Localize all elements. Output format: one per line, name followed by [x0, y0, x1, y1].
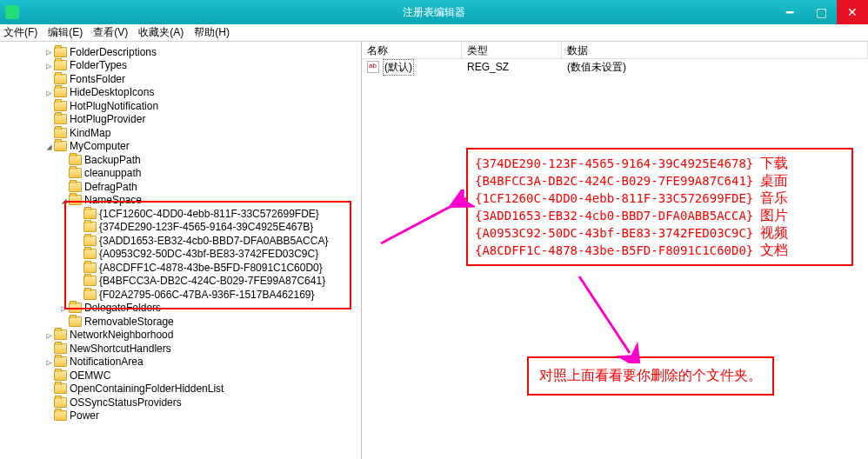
expand-closed-icon[interactable]: ▷ — [44, 330, 54, 340]
tree-item[interactable]: OEMWC — [0, 369, 361, 382]
folder-icon — [54, 60, 67, 70]
folder-icon — [54, 383, 67, 394]
tree-item[interactable]: ◢MyComputer — [0, 140, 361, 154]
folder-icon — [54, 87, 67, 97]
tree-item[interactable]: {F02A2795-066C-47BA-936F-1517BA462169} — [0, 288, 361, 302]
folder-icon — [69, 303, 82, 313]
expand-open-icon[interactable]: ◢ — [44, 142, 54, 151]
tree-item-label: FolderTypes — [70, 59, 127, 71]
annotation-guid: {3ADD1653-EB32-4cb0-BBD7-DFA0ABB5ACCA} — [475, 209, 753, 223]
tree-item[interactable]: OSSyncStatusProviders — [0, 396, 361, 409]
menu-help[interactable]: 帮助(H) — [194, 25, 230, 40]
tree-pane[interactable]: ▷FolderDescriptions▷FolderTypesFontsFold… — [0, 42, 362, 459]
annotation-note-text: 对照上面看看要你删除的个文件夹。 — [539, 368, 762, 382]
tree-item[interactable]: ◢NameSpace — [0, 194, 361, 208]
annotation-mapping: {374DE290-123F-4565-9164-39C4925E4678}下载… — [466, 148, 853, 266]
maximize-button[interactable]: ▢ — [805, 0, 837, 24]
window-title: 注册表编辑器 — [403, 5, 465, 20]
annotation-label: 视频 — [760, 225, 788, 240]
tree-item[interactable]: HotPlugNotification — [0, 99, 361, 113]
annotation-label: 下载 — [760, 156, 788, 170]
minimize-button[interactable]: ━ — [774, 0, 805, 24]
folder-icon — [83, 289, 97, 300]
annotation-label: 音乐 — [760, 190, 788, 205]
annotation-row: {3ADD1653-EB32-4cb0-BBD7-DFA0ABB5ACCA}图片 — [475, 207, 845, 224]
annotation-label: 图片 — [760, 208, 788, 223]
expand-closed-icon[interactable]: ▷ — [44, 61, 54, 70]
folder-icon — [83, 276, 97, 286]
folder-icon — [83, 249, 97, 259]
list-pane[interactable]: 名称 类型 数据 (默认) REG_SZ (数值未设置) {374DE290-1… — [362, 42, 868, 459]
svg-line-1 — [579, 276, 630, 353]
tree-item[interactable]: Power — [0, 409, 361, 423]
expand-closed-icon[interactable]: ▷ — [44, 88, 54, 97]
menu-favorites[interactable]: 收藏夹(A) — [138, 25, 184, 40]
folder-icon — [83, 263, 97, 273]
expand-closed-icon[interactable]: ▷ — [59, 303, 69, 313]
tree-item-label: OEMWC — [70, 369, 110, 382]
folder-icon — [83, 236, 97, 246]
app-icon — [5, 5, 19, 19]
list-row[interactable]: (默认) REG_SZ (数值未设置) — [362, 59, 868, 75]
tree-item-label: NameSpace — [84, 194, 142, 206]
annotation-guid: {A8CDFF1C-4878-43be-B5FD-F8091C1C60D0} — [475, 243, 753, 257]
folder-icon — [83, 209, 97, 219]
tree-item-label: KindMap — [70, 127, 110, 139]
expand-closed-icon[interactable]: ▷ — [44, 357, 54, 367]
tree-item[interactable]: ▷DelegateFolders — [0, 302, 361, 316]
annotation-row: {A8CDFF1C-4878-43be-B5FD-F8091C1C60D0}文档 — [475, 242, 845, 259]
folder-icon — [54, 74, 67, 84]
tree-item[interactable]: OpenContainingFolderHiddenList — [0, 382, 361, 396]
menu-file[interactable]: 文件(F) — [3, 25, 37, 40]
col-type[interactable]: 类型 — [462, 42, 562, 58]
folder-icon — [54, 329, 67, 340]
expand-open-icon[interactable]: ◢ — [59, 196, 69, 205]
col-name[interactable]: 名称 — [362, 42, 462, 58]
tree-item[interactable]: {374DE290-123F-4565-9164-39C4925E467B} — [0, 221, 361, 235]
tree-item[interactable]: RemovableStorage — [0, 315, 361, 329]
tree-item[interactable]: ▷FolderDescriptions — [0, 45, 361, 59]
folder-icon — [54, 114, 67, 124]
tree-item[interactable]: {3ADD1653-EB32-4cb0-BBD7-DFA0ABB5ACCA} — [0, 234, 361, 248]
tree-item[interactable]: ▷NetworkNeighborhood — [0, 329, 361, 343]
tree-item-label: {3ADD1653-EB32-4cb0-BBD7-DFA0ABB5ACCA} — [99, 235, 328, 247]
tree-item-label: OSSyncStatusProviders — [70, 396, 182, 409]
col-data[interactable]: 数据 — [562, 42, 868, 58]
tree-item[interactable]: cleanuppath — [0, 167, 361, 181]
folder-icon — [54, 47, 67, 57]
tree-item[interactable]: {B4BFCC3A-DB2C-424C-B029-7FE99A87C641} — [0, 275, 361, 289]
tree-item-label: {A0953C92-50DC-43bf-BE83-3742FED03C9C} — [99, 248, 318, 260]
menu-edit[interactable]: 编辑(E) — [48, 25, 83, 40]
folder-icon — [54, 370, 67, 381]
tree-item[interactable]: FontsFolder — [0, 72, 361, 86]
tree-item-label: NewShortcutHandlers — [70, 343, 171, 355]
tree-item[interactable]: {A0953C92-50DC-43bf-BE83-3742FED03C9C} — [0, 248, 361, 262]
annotation-guid: {B4BFCC3A-DB2C-424C-B029-7FE99A87C641} — [475, 174, 753, 188]
expand-closed-icon[interactable]: ▷ — [44, 47, 54, 57]
tree-item[interactable]: BackupPath — [0, 153, 361, 167]
annotation-label: 桌面 — [760, 173, 788, 188]
annotation-note: 对照上面看看要你删除的个文件夹。 — [527, 356, 774, 396]
svg-line-0 — [381, 198, 466, 243]
menubar: 文件(F) 编辑(E) 查看(V) 收藏夹(A) 帮助(H) — [0, 24, 868, 42]
tree-item[interactable]: DefragPath — [0, 180, 361, 194]
tree-item[interactable]: KindMap — [0, 126, 361, 140]
tree-item-label: NetworkNeighborhood — [70, 329, 173, 341]
tree-item-label: HotPlugProvider — [70, 113, 145, 125]
tree-item[interactable]: ▷FolderTypes — [0, 59, 361, 73]
tree-item[interactable]: {A8CDFF1C-4878-43be-B5FD-F8091C1C60D0} — [0, 261, 361, 275]
menu-view[interactable]: 查看(V) — [93, 25, 128, 40]
tree-item[interactable]: NewShortcutHandlers — [0, 342, 361, 356]
tree-item[interactable]: ▷NotificationArea — [0, 356, 361, 369]
string-value-icon — [367, 61, 379, 73]
tree-item[interactable]: ▷HideDesktopIcons — [0, 86, 361, 100]
folder-icon — [69, 195, 82, 205]
tree-item[interactable]: {1CF1260C-4DD0-4ebb-811F-33C572699FDE} — [0, 207, 361, 221]
annotation-label: 文档 — [760, 243, 788, 257]
list-header: 名称 类型 数据 — [362, 42, 868, 59]
tree-item-label: Power — [70, 409, 99, 422]
folder-icon — [83, 222, 97, 232]
close-button[interactable]: ✕ — [837, 0, 868, 24]
tree-item[interactable]: HotPlugProvider — [0, 113, 361, 127]
value-name: (默认) — [383, 59, 414, 76]
